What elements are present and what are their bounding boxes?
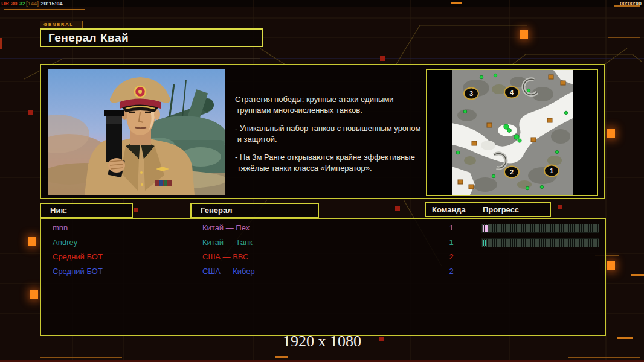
player-nick: Средний БОТ xyxy=(53,252,103,261)
player-general: Китай — Танк xyxy=(202,238,253,247)
player-general: США — ВВС xyxy=(202,252,249,261)
general-name: Генерал Квай xyxy=(48,31,129,45)
resolution-label: 1920 x 1080 xyxy=(0,332,644,351)
decor-dash xyxy=(631,274,644,276)
column-header-team: Команда xyxy=(432,203,466,216)
net-stat-3: [144] xyxy=(26,1,39,7)
player-team: 2 xyxy=(445,252,458,261)
svg-text:4: 4 xyxy=(510,89,514,96)
player-row: Средний БОТ США — Кибер 2 xyxy=(41,264,605,279)
player-row: Средний БОТ США — ВВС 2 xyxy=(41,250,605,264)
net-stats-readout: UR 30 32[144] 20:15:04 xyxy=(1,1,63,7)
general-portrait xyxy=(48,69,225,195)
decor-red-square xyxy=(395,206,400,211)
progress-bar-fill xyxy=(483,225,488,232)
strategy-paragraph: - Уникальный набор танков с повышенным у… xyxy=(235,123,430,144)
decor-orange-square xyxy=(607,129,615,138)
net-stat-ur: UR xyxy=(1,1,9,7)
decor-red-square xyxy=(28,110,33,115)
decor-orange-square xyxy=(607,261,615,270)
progress-bar xyxy=(481,238,599,247)
column-header-general: Генерал xyxy=(190,203,319,218)
decor-dash xyxy=(140,10,255,10)
decor-red-tick xyxy=(0,38,2,49)
decor-orange-square xyxy=(520,30,528,39)
player-nick: Andrey xyxy=(53,238,77,247)
decor-red-square xyxy=(558,205,562,209)
minimap-image: 3 4 2 1 xyxy=(452,70,573,195)
svg-text:3: 3 xyxy=(469,90,473,97)
decor-dash xyxy=(608,37,640,38)
players-panel: mnn Китай — Пех 1 Andrey Китай — Танк 1 … xyxy=(40,218,606,336)
svg-text:2: 2 xyxy=(510,168,514,176)
progress-bar xyxy=(481,224,599,233)
strategy-paragraph: Стратегия победы: крупные атаки едиными … xyxy=(235,94,430,115)
match-timer: 00:00:00 xyxy=(620,1,642,7)
decor-orange-square xyxy=(30,290,38,299)
decor-dash xyxy=(40,357,122,358)
minimap-panel: 3 4 2 1 xyxy=(426,69,598,196)
bottom-strip xyxy=(0,360,644,362)
strategy-description: Стратегия победы: крупные атаки едиными … xyxy=(235,94,430,181)
clock: 20:15:04 xyxy=(41,1,63,7)
player-team: 1 xyxy=(445,238,458,247)
net-stat-1: 30 xyxy=(11,1,18,7)
strategy-paragraph: - На 3м Ранге открываются крайне эффекти… xyxy=(235,152,430,173)
decor-dash xyxy=(451,2,462,4)
decor-red-square xyxy=(380,56,385,61)
tab-general: GENERAL xyxy=(40,21,83,28)
player-nick: mnn xyxy=(53,223,68,232)
player-rows: mnn Китай — Пех 1 Andrey Китай — Танк 1 … xyxy=(41,221,605,279)
general-title-box: Генерал Квай xyxy=(40,28,263,47)
column-header-nick: Ник: xyxy=(40,203,133,218)
column-header-progress: Прогресс xyxy=(483,203,519,216)
progress-bar-fill xyxy=(483,240,486,246)
svg-text:1: 1 xyxy=(550,167,553,174)
net-stat-2: 32 xyxy=(19,1,25,7)
column-header-team-progress: Команда Прогресс xyxy=(425,202,551,217)
player-general: Китай — Пех xyxy=(202,223,250,232)
player-team: 1 xyxy=(445,223,458,232)
player-team: 2 xyxy=(445,267,458,276)
player-nick: Средний БОТ xyxy=(53,267,103,276)
decor-red-square xyxy=(134,208,138,212)
loading-screen: UR 30 32[144] 20:15:04 00:00:00 GENERAL … xyxy=(0,0,644,362)
decor-dash xyxy=(275,356,288,358)
player-general: США — Кибер xyxy=(202,267,255,276)
decor-dash xyxy=(4,9,85,10)
player-row: Andrey Китай — Танк 1 xyxy=(41,235,605,250)
decor-orange-square xyxy=(28,237,36,246)
decor-dash xyxy=(568,357,640,358)
player-row: mnn Китай — Пех 1 xyxy=(41,221,605,235)
